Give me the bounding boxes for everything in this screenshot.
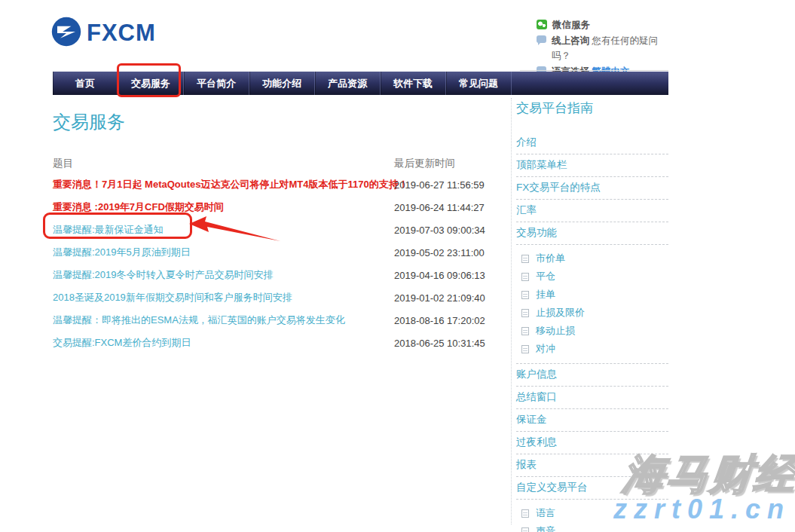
sidebar-item-label: 对冲 xyxy=(536,342,555,356)
sidebar-item-fx-platform-features[interactable]: FX交易平台的特点 xyxy=(516,177,668,200)
fxcm-logo-icon xyxy=(51,17,81,50)
announcement-date: 2019-01-02 21:09:40 xyxy=(394,292,485,304)
announcement-link[interactable]: 温馨提醒:2019年5月原油到期日 xyxy=(53,246,394,259)
nav-features[interactable]: 功能介绍 xyxy=(249,72,315,95)
document-icon xyxy=(521,527,529,532)
sidebar-title: 交易平台指南 xyxy=(516,99,668,132)
announcement-date: 2019-04-16 09:06:13 xyxy=(394,270,485,281)
announcement-date: 2018-08-16 17:20:02 xyxy=(394,315,485,326)
announcement-row: 温馨提醒:2019冬令时转入夏令时产品交易时间安排 2019-04-16 09:… xyxy=(53,264,518,286)
nav-home[interactable]: 首页 xyxy=(53,72,118,95)
online-chat-text: 线上咨询 您有任何的疑问吗？ xyxy=(552,34,671,63)
document-icon xyxy=(521,255,529,263)
sidebar-item-pending-order[interactable]: 挂单 xyxy=(516,286,668,304)
fxcm-logo[interactable]: FXCM xyxy=(51,17,156,50)
announcement-link[interactable]: 重要消息！7月1日起 MetaQoutes迈达克公司将停止对MT4版本低于117… xyxy=(53,178,394,191)
announcement-row: 2018圣诞及2019新年假期交易时间和客户服务时间安排 2019-01-02 … xyxy=(53,286,518,309)
document-icon xyxy=(521,509,529,518)
logo-wordmark: FXCM xyxy=(87,20,156,47)
document-icon xyxy=(521,291,529,299)
announcement-date: 2019-07-03 09:00:34 xyxy=(394,225,485,236)
document-icon xyxy=(521,273,529,281)
column-header-title: 题目 xyxy=(53,157,394,170)
sidebar-item-trading-functions[interactable]: 交易功能 xyxy=(516,222,668,245)
wechat-icon xyxy=(537,20,547,29)
announcement-date: 2019-06-27 11:56:59 xyxy=(394,179,485,191)
fxcm-trading-services-page: FXCM 微信服务 线上咨询 您有任何的疑问吗？ 语言选择 繁體中文 首页 交易… xyxy=(0,0,795,532)
sidebar-item-market-order[interactable]: 市价单 xyxy=(516,249,668,268)
wechat-service-label: 微信服务 xyxy=(552,18,590,32)
sidebar-item-label: 市价单 xyxy=(536,252,565,265)
sidebar-item-label: 语言 xyxy=(536,506,555,520)
sidebar-item-margin[interactable]: 保证金 xyxy=(516,409,668,432)
announcement-row: 温馨提醒：即将推出的ESMA法规，福汇英国的账户交易将发生变化 2018-08-… xyxy=(53,309,518,332)
sidebar-item-intro[interactable]: 介绍 xyxy=(516,132,668,154)
sidebar-item-label: 平仓 xyxy=(536,270,555,283)
announcement-date: 2019-06-24 11:44:27 xyxy=(394,202,485,213)
sidebar-item-exchange-rate[interactable]: 汇率 xyxy=(516,200,668,222)
document-icon xyxy=(521,345,529,353)
online-chat-link[interactable]: 线上咨询 您有任何的疑问吗？ xyxy=(537,34,671,63)
nav-platform-intro[interactable]: 平台简介 xyxy=(184,72,249,95)
announcement-link[interactable]: 温馨提醒：即将推出的ESMA法规，福汇英国的账户交易将发生变化 xyxy=(53,313,394,327)
announcement-row: 温馨提醒:2019年5月原油到期日 2019-05-02 23:11:00 xyxy=(53,241,518,264)
document-icon xyxy=(521,327,529,335)
content-sidebar-divider xyxy=(511,98,512,524)
sidebar-item-hedging[interactable]: 对冲 xyxy=(516,340,668,358)
header-divider xyxy=(520,70,668,71)
sidebar-item-label: 声音 xyxy=(536,524,555,532)
sidebar-item-label: 止损及限价 xyxy=(536,306,585,320)
announcement-row: 重要消息！7月1日起 MetaQoutes迈达克公司将停止对MT4版本低于117… xyxy=(53,173,518,196)
table-header-row: 题目 最后更新时间 xyxy=(53,154,518,173)
sidebar-item-label: 挂单 xyxy=(536,288,555,301)
annotation-box-margin-notice xyxy=(43,212,192,239)
page-title: 交易服务 xyxy=(53,110,518,134)
watermark-site-url: zzrt01.cn xyxy=(613,494,790,525)
sidebar-item-trailing-stop[interactable]: 移动止损 xyxy=(516,322,668,340)
sidebar-item-summary-window[interactable]: 总结窗口 xyxy=(516,387,668,409)
announcement-date: 2019-05-02 23:11:00 xyxy=(394,247,485,258)
announcement-link[interactable]: 温馨提醒:2019冬令时转入夏令时产品交易时间安排 xyxy=(53,268,394,282)
sidebar-item-close-position[interactable]: 平仓 xyxy=(516,268,668,286)
annotation-arrow xyxy=(188,216,282,247)
document-icon xyxy=(521,309,529,317)
column-header-updated: 最后更新时间 xyxy=(394,157,455,170)
nav-faq[interactable]: 常见问题 xyxy=(446,72,512,95)
nav-software-download[interactable]: 软件下载 xyxy=(381,72,446,95)
nav-product-resources[interactable]: 产品资源 xyxy=(315,72,381,95)
announcement-row: 交易提醒:FXCM差价合约到期日 2018-06-25 10:31:45 xyxy=(53,332,518,354)
sidebar-item-top-menu-bar[interactable]: 顶部菜单栏 xyxy=(516,154,668,177)
announcement-link[interactable]: 2018圣诞及2019新年假期交易时间和客户服务时间安排 xyxy=(53,291,394,304)
announcement-link[interactable]: 交易提醒:FXCM差价合约到期日 xyxy=(53,336,394,350)
sidebar-item-label: 移动止损 xyxy=(536,324,575,338)
annotation-box-nav-trading-services xyxy=(117,63,181,97)
wechat-service-link[interactable]: 微信服务 xyxy=(537,18,671,32)
sidebar-item-stop-limit[interactable]: 止损及限价 xyxy=(516,304,668,322)
online-chat-label: 线上咨询 xyxy=(552,35,589,46)
announcement-date: 2018-06-25 10:31:45 xyxy=(394,338,485,349)
sidebar-subgroup-trading-functions: 市价单 平仓 挂单 止损及限价 移动止损 对冲 xyxy=(516,245,668,364)
sidebar-item-account-info[interactable]: 账户信息 xyxy=(516,364,668,387)
chat-bubble-icon xyxy=(537,35,546,43)
